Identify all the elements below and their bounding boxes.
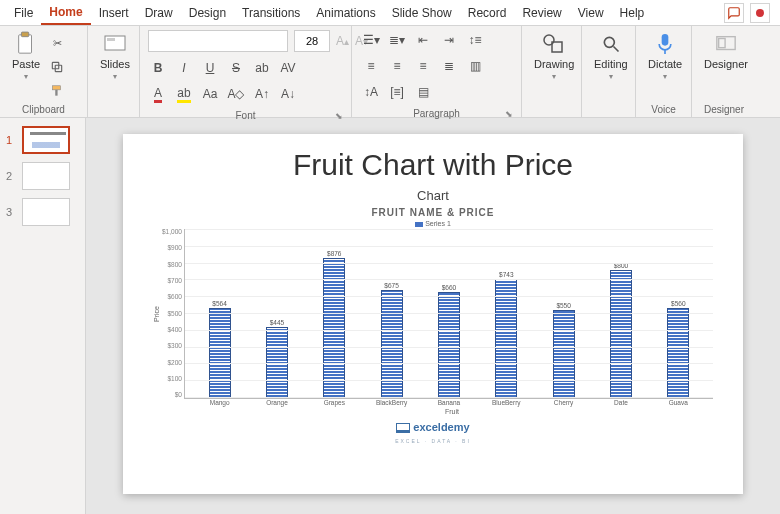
- menu-record[interactable]: Record: [460, 2, 515, 24]
- font-color-icon[interactable]: A: [148, 84, 168, 104]
- text-direction-icon[interactable]: ↕A: [360, 82, 382, 102]
- align-center-icon[interactable]: ≡: [386, 56, 408, 76]
- chevron-down-icon: ▾: [663, 72, 667, 81]
- clipboard-group-label: Clipboard: [8, 102, 79, 117]
- watermark-brand: exceldemy: [413, 421, 469, 433]
- indent-right-icon[interactable]: ⇥: [438, 30, 460, 50]
- format-painter-icon[interactable]: [48, 82, 66, 100]
- editing-label: Editing: [594, 58, 628, 70]
- voice-group-label: Voice: [644, 102, 683, 117]
- designer-button[interactable]: Designer: [700, 30, 752, 102]
- dictate-button[interactable]: Dictate ▾: [644, 30, 686, 102]
- svg-rect-8: [107, 38, 115, 41]
- highlight-icon[interactable]: ab: [174, 84, 194, 104]
- slide-title[interactable]: Fruit Chart with Price: [153, 148, 713, 182]
- strikethrough-button[interactable]: S: [226, 58, 246, 78]
- chart-title: FRUIT NAME & PRICE: [153, 207, 713, 218]
- paragraph-group-label: Paragraph: [413, 108, 460, 119]
- y-axis-ticks: $0$100$200$300$400$500$600$700$800$900$1…: [160, 229, 184, 399]
- legend-label: Series 1: [425, 220, 451, 227]
- slide-thumbnail-2[interactable]: 2: [0, 160, 85, 192]
- svg-point-11: [604, 37, 614, 47]
- paragraph-launcher-icon[interactable]: ⬊: [505, 109, 513, 119]
- svg-rect-13: [662, 34, 669, 46]
- menu-view[interactable]: View: [570, 2, 612, 24]
- slide-thumbnail-1[interactable]: 1: [0, 124, 85, 156]
- line-spacing-icon[interactable]: ↕≡: [464, 30, 486, 50]
- svg-rect-5: [52, 86, 60, 90]
- x-axis-label: Fruit: [153, 408, 713, 415]
- svg-rect-1: [19, 35, 32, 53]
- align-text-icon[interactable]: [≡]: [386, 82, 408, 102]
- thumbnail-panel: 1 2 3: [0, 118, 86, 514]
- paste-button[interactable]: Paste ▾: [8, 30, 44, 102]
- menu-design[interactable]: Design: [181, 2, 234, 24]
- editing-button[interactable]: Editing ▾: [590, 30, 632, 113]
- menu-file[interactable]: File: [6, 2, 41, 24]
- align-left-icon[interactable]: ≡: [360, 56, 382, 76]
- svg-rect-2: [21, 32, 28, 37]
- menu-slideshow[interactable]: Slide Show: [384, 2, 460, 24]
- char-spacing-button[interactable]: AV: [278, 58, 298, 78]
- indent-left-icon[interactable]: ⇤: [412, 30, 434, 50]
- record-icon[interactable]: [750, 3, 770, 23]
- font-group-label: Font: [235, 110, 255, 121]
- watermark-sub: EXCEL · DATA · BI: [395, 438, 471, 444]
- chevron-down-icon: ▾: [552, 72, 556, 81]
- menu-help[interactable]: Help: [612, 2, 653, 24]
- smartart-icon[interactable]: ▤: [412, 82, 434, 102]
- slides-label: Slides: [100, 58, 130, 70]
- designer-label: Designer: [704, 58, 748, 70]
- font-size-input[interactable]: [294, 30, 330, 52]
- menu-transitions[interactable]: Transitions: [234, 2, 308, 24]
- bold-button[interactable]: B: [148, 58, 168, 78]
- align-right-icon[interactable]: ≡: [412, 56, 434, 76]
- workspace: 1 2 3 Fruit Chart with Price Chart FRUIT…: [0, 118, 780, 514]
- svg-rect-16: [719, 39, 725, 48]
- numbering-icon[interactable]: ≣▾: [386, 30, 408, 50]
- designer-group-label: Designer: [700, 102, 748, 117]
- slide[interactable]: Fruit Chart with Price Chart FRUIT NAME …: [123, 134, 743, 494]
- chart[interactable]: FRUIT NAME & PRICE Series 1 Price $0$100…: [153, 207, 713, 415]
- slide-canvas[interactable]: Fruit Chart with Price Chart FRUIT NAME …: [86, 118, 780, 514]
- drawing-label: Drawing: [534, 58, 574, 70]
- dictate-label: Dictate: [648, 58, 682, 70]
- slides-button[interactable]: Slides ▾: [96, 30, 134, 113]
- chart-bars: $564$445$876$675$660$743$550$800$560: [184, 229, 713, 399]
- slide-thumbnail-3[interactable]: 3: [0, 196, 85, 228]
- y-axis-label: Price: [153, 229, 160, 399]
- menu-draw[interactable]: Draw: [137, 2, 181, 24]
- svg-rect-6: [55, 90, 57, 96]
- font-name-input[interactable]: [148, 30, 288, 52]
- font-launcher-icon[interactable]: ⬊: [335, 111, 343, 121]
- drawing-button[interactable]: Drawing ▾: [530, 30, 578, 113]
- menu-bar: File Home Insert Draw Design Transitions…: [0, 0, 780, 26]
- increase-font-icon[interactable]: A▴: [336, 31, 349, 51]
- menu-insert[interactable]: Insert: [91, 2, 137, 24]
- menu-review[interactable]: Review: [514, 2, 569, 24]
- cut-icon[interactable]: ✂: [48, 34, 66, 52]
- justify-icon[interactable]: ≣: [438, 56, 460, 76]
- chevron-down-icon: ▾: [24, 72, 28, 81]
- shadow-button[interactable]: ab: [252, 58, 272, 78]
- copy-icon[interactable]: [48, 58, 66, 76]
- columns-icon[interactable]: ▥: [464, 56, 486, 76]
- menu-animations[interactable]: Animations: [308, 2, 383, 24]
- shrink-font-icon[interactable]: A↓: [278, 84, 298, 104]
- x-axis-ticks: MangoOrangeGrapesBlackBerryBananaBlueBer…: [153, 399, 713, 406]
- change-case-button[interactable]: Aa: [200, 84, 220, 104]
- chevron-down-icon: ▾: [609, 72, 613, 81]
- slide-subtitle[interactable]: Chart: [153, 188, 713, 203]
- grow-font-icon[interactable]: A↑: [252, 84, 272, 104]
- menu-home[interactable]: Home: [41, 1, 90, 25]
- svg-line-12: [613, 47, 618, 52]
- italic-button[interactable]: I: [174, 58, 194, 78]
- underline-button[interactable]: U: [200, 58, 220, 78]
- thumb-number: 2: [6, 170, 16, 182]
- comments-icon[interactable]: [724, 3, 744, 23]
- bullets-icon[interactable]: ☰▾: [360, 30, 382, 50]
- clear-format-icon[interactable]: A◇: [226, 84, 246, 104]
- chart-legend: Series 1: [153, 220, 713, 227]
- ribbon: Paste ▾ ✂ Clipboard Slides ▾: [0, 26, 780, 118]
- watermark-icon: [396, 423, 410, 433]
